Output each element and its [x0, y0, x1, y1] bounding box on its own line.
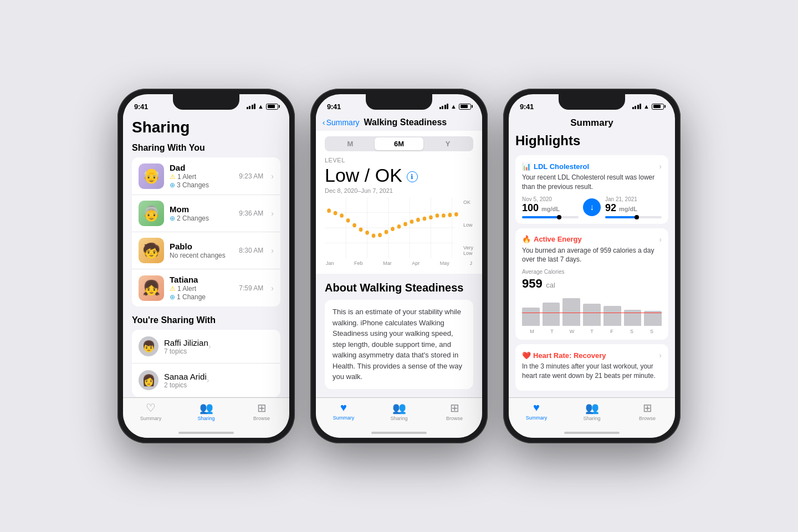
ldl-body: Your recent LDL Cholesterol result was l…	[522, 173, 662, 192]
heart-title: ❤️ Heart Rate: Recovery	[522, 351, 606, 360]
energy-card: 🔥 Active Energy › You burned an average …	[515, 228, 668, 340]
heart-card: ❤️ Heart Rate: Recovery › In the 3 minut…	[515, 344, 668, 391]
tab-browse-label-2: Browse	[446, 416, 463, 421]
ws-info-button[interactable]: ℹ	[407, 171, 418, 182]
signal-bars-3	[632, 104, 642, 109]
heart-title-text: Heart Rate: Recovery	[533, 351, 606, 360]
notch-2	[366, 94, 432, 110]
month-j: J	[469, 260, 472, 266]
wifi-icon-2: ▲	[451, 103, 457, 110]
tab-bar-3: ♥ Summary 👥 Sharing ⊞ Browse	[509, 397, 675, 428]
sharing-item-mom[interactable]: 👵 Mom ⊕ 2 Changes 9:36 AM ›	[132, 195, 280, 232]
ldl-unit-1: mg/dL	[541, 206, 560, 212]
tab-browse-3[interactable]: ⊞ Browse	[620, 401, 675, 421]
sharing-with-you-list: 👴 Dad ⚠ 1 Alert ⊕ 3 Changes	[132, 157, 280, 306]
ws-top: M 6M Y LEVEL Low / OK ℹ Dec 8, 2020–Jun …	[316, 131, 482, 274]
ldl-bar-1	[522, 216, 579, 218]
youre-sharing-list: 👦 Raffi Jilizian 7 topics › 👩 Sanaa Arid…	[132, 330, 280, 397]
ws-back-label: Summary	[326, 118, 360, 127]
status-time-3: 9:41	[520, 103, 534, 111]
day-s1: S	[622, 329, 642, 334]
ws-back-button[interactable]: ‹ Summary	[323, 118, 360, 127]
ws-level-text: Low / OK	[325, 165, 402, 186]
signal-bar-3-2	[635, 106, 636, 109]
cal-value-display: 959 cal	[522, 277, 662, 291]
avatar-sanaa: 👩	[139, 370, 158, 390]
ws-chart-right-labels: OK Low VeryLow	[463, 197, 473, 258]
svg-point-16	[372, 233, 376, 238]
browse-tab-icon-1: ⊞	[257, 401, 267, 415]
signal-bar-2-3	[444, 105, 446, 109]
item-alert-tatiana: ⚠ 1 Alert	[170, 285, 233, 293]
sharing-tab-icon-2: 👥	[392, 401, 406, 415]
svg-point-27	[442, 213, 446, 218]
energy-card-header: 🔥 Active Energy ›	[522, 235, 662, 244]
signal-bar-1	[247, 107, 248, 109]
home-indicator-3	[509, 428, 675, 438]
tab-summary-2[interactable]: ♥ Summary	[316, 401, 371, 421]
item-sub-dad: ⚠ 1 Alert	[170, 173, 233, 181]
tab-sharing-2[interactable]: 👥 Sharing	[371, 401, 427, 421]
svg-point-15	[365, 231, 369, 235]
item-info-mom: Mom ⊕ 2 Changes	[170, 204, 233, 222]
phone-3-screen: 9:41 ▲ Summary Highlights	[509, 94, 675, 438]
day-m: M	[522, 329, 542, 334]
simple-item-raffi[interactable]: 👦 Raffi Jilizian 7 topics ›	[132, 330, 280, 364]
tab-bar-2: ♥ Summary 👥 Sharing ⊞ Browse	[316, 397, 482, 428]
browse-tab-icon-2: ⊞	[450, 401, 459, 415]
cal-unit: cal	[546, 281, 555, 289]
chevron-back-icon: ‹	[323, 118, 325, 127]
bar-chart	[522, 293, 662, 326]
time-btn-m[interactable]: M	[326, 137, 375, 150]
simple-item-sanaa[interactable]: 👩 Sanaa Aridi 2 topics ›	[132, 364, 280, 397]
time-btn-y[interactable]: Y	[423, 137, 472, 150]
sharing-item-dad[interactable]: 👴 Dad ⚠ 1 Alert ⊕ 3 Changes	[132, 157, 280, 195]
heart-tab-icon-3: ♥	[533, 401, 540, 414]
chart-label-low: Low	[463, 222, 473, 228]
ldl-value-1: 100 mg/dL	[522, 202, 579, 214]
home-bar-3	[564, 432, 620, 434]
no-changes-pablo: No recent changes	[170, 252, 226, 259]
month-may: May	[440, 260, 449, 266]
ldl-title-text: LDL Cholesterol	[534, 162, 589, 171]
sharing-content: Sharing Sharing With You 👴 Dad ⚠ 1 Alert	[123, 115, 289, 397]
time-btn-6m[interactable]: 6M	[375, 137, 423, 150]
alert-text-tatiana: 1 Alert	[177, 285, 196, 293]
ldl-dot-1	[557, 215, 561, 219]
phone-3: 9:41 ▲ Summary Highlights	[503, 89, 681, 443]
tab-sharing-1[interactable]: 👥 Sharing	[178, 401, 234, 421]
svg-point-10	[334, 211, 337, 216]
tab-browse-2[interactable]: ⊞ Browse	[427, 401, 482, 421]
down-arrow-icon: ↓	[583, 198, 601, 216]
sharing-item-pablo[interactable]: 🧒 Pablo No recent changes 8:30 AM ›	[132, 232, 280, 269]
simple-topics-sanaa: 2 topics	[164, 381, 207, 389]
item-time-dad: 9:23 AM	[239, 172, 263, 180]
tab-sharing-3[interactable]: 👥 Sharing	[564, 401, 620, 421]
home-indicator-1	[123, 428, 289, 438]
phones-container: 9:41 ▲ Sharing Sharing Wit	[117, 89, 681, 443]
simple-name-sanaa: Sanaa Aridi	[164, 372, 207, 381]
battery-icon-3	[652, 104, 664, 110]
ldl-bar-fill-2	[605, 216, 636, 218]
ws-about: About Walking Steadiness This is an esti…	[316, 274, 482, 397]
ws-level-label: LEVEL	[325, 157, 473, 163]
tab-browse-1[interactable]: ⊞ Browse	[234, 401, 289, 421]
tab-summary-1[interactable]: ♡ Summary	[123, 401, 178, 421]
sharing-with-header: You're Sharing With	[132, 315, 280, 325]
ws-nav: ‹ Summary Walking Steadiness	[316, 115, 482, 131]
phone-1-screen: 9:41 ▲ Sharing Sharing Wit	[123, 94, 289, 438]
chevron-pablo: ›	[271, 246, 274, 255]
phone-2-screen: 9:41 ▲ ‹ Summ	[316, 94, 482, 438]
ws-chart-month-labels: Jan Feb Mar Apr May J	[325, 260, 473, 266]
sharing-item-tatiana[interactable]: 👧 Tatiana ⚠ 1 Alert ⊕ 1 Change	[132, 269, 280, 306]
signal-bars-1	[247, 104, 256, 109]
svg-point-26	[436, 213, 439, 218]
energy-body: You burned an average of 959 calories a …	[522, 246, 662, 265]
avatar-dad: 👴	[139, 163, 164, 189]
chevron-raffi: ›	[208, 342, 211, 351]
changes-icon-mom: ⊕	[170, 214, 175, 222]
energy-title: 🔥 Active Energy	[522, 235, 582, 243]
tab-summary-3[interactable]: ♥ Summary	[509, 401, 564, 421]
phone-1: 9:41 ▲ Sharing Sharing Wit	[117, 89, 295, 443]
svg-point-14	[359, 227, 363, 232]
